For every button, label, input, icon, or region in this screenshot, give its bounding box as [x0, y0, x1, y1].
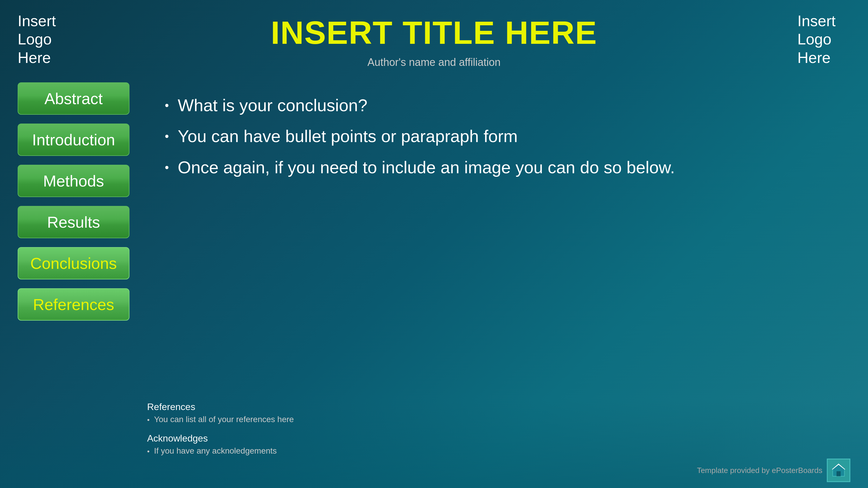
- bullet-list: • What is your conclusion? • You can hav…: [165, 94, 827, 178]
- sidebar-item-results[interactable]: Results: [18, 206, 129, 238]
- bullet-section: • What is your conclusion? • You can hav…: [147, 83, 844, 199]
- references-block: References • You can list all of your re…: [147, 401, 844, 424]
- main-title: INSERT TITLE HERE: [71, 15, 797, 50]
- sidebar-item-conclusions[interactable]: Conclusions: [18, 247, 129, 280]
- references-title: References: [147, 401, 844, 413]
- sidebar: Abstract Introduction Methods Results Co…: [18, 83, 129, 321]
- references-section: References • You can list all of your re…: [147, 401, 844, 464]
- author-affiliation: Author's name and affiliation: [71, 56, 797, 69]
- footer: Template provided by ePosterBoards: [697, 459, 850, 482]
- main-content: • What is your conclusion? • You can hav…: [147, 83, 844, 429]
- ref-bullet: •: [147, 416, 150, 424]
- acknowledgements-block: Acknowledges • If you have any acknoledg…: [147, 433, 844, 456]
- header-center: INSERT TITLE HERE Author's name and affi…: [71, 12, 797, 69]
- eposterboards-icon: [827, 459, 850, 482]
- list-item: • What is your conclusion?: [165, 94, 827, 116]
- list-item: • You can have bullet points or paraprap…: [165, 125, 827, 147]
- bullet-dot: •: [165, 129, 169, 144]
- header: InsertLogoHere INSERT TITLE HERE Author'…: [0, 0, 868, 77]
- logo-left: InsertLogoHere: [18, 12, 71, 67]
- sidebar-item-methods[interactable]: Methods: [18, 165, 129, 197]
- acknowledgements-item: • If you have any acknoledgements: [147, 446, 844, 456]
- logo-right: InsertLogoHere: [797, 12, 850, 67]
- bullet-dot: •: [165, 98, 169, 113]
- sidebar-item-abstract[interactable]: Abstract: [18, 83, 129, 115]
- sidebar-item-references[interactable]: References: [18, 288, 129, 321]
- bullet-dot: •: [165, 160, 169, 175]
- references-item: • You can list all of your references he…: [147, 415, 844, 424]
- acknowledgements-title: Acknowledges: [147, 433, 844, 444]
- sidebar-item-introduction[interactable]: Introduction: [18, 124, 129, 156]
- footer-brand-text: Template provided by ePosterBoards: [697, 466, 823, 475]
- svg-rect-1: [837, 471, 841, 476]
- ref-bullet: •: [147, 447, 150, 456]
- list-item: • Once again, if you need to include an …: [165, 156, 827, 178]
